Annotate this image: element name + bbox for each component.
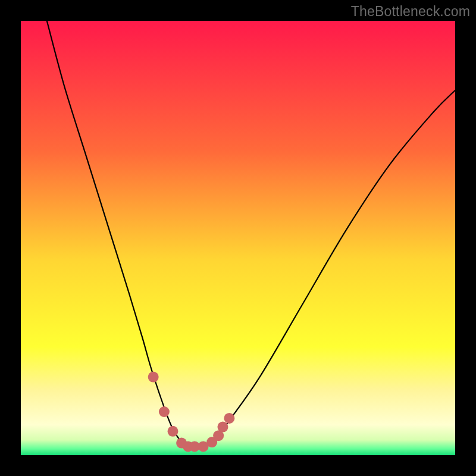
chart-svg: [21, 21, 455, 455]
highlight-marker: [159, 406, 170, 417]
plot-area: [21, 21, 455, 455]
highlight-marker: [168, 426, 178, 437]
highlight-marker: [224, 413, 234, 424]
chart-stage: TheBottleneck.com: [0, 0, 476, 476]
gradient-background: [21, 21, 455, 455]
highlight-marker: [148, 372, 159, 383]
highlight-marker: [217, 422, 228, 433]
watermark-text: TheBottleneck.com: [351, 4, 470, 20]
